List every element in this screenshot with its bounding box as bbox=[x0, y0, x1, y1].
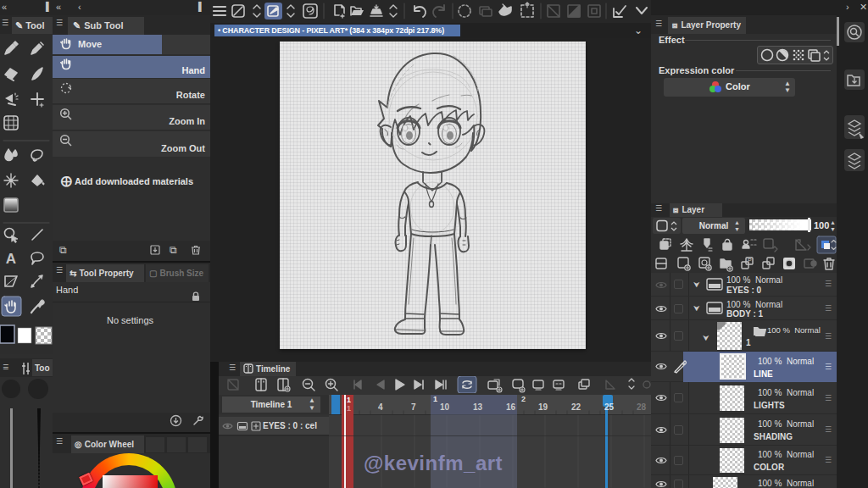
svg-text:A: A bbox=[6, 251, 16, 267]
svg-text:☰: ☰ bbox=[3, 363, 8, 371]
svg-text:Too: Too bbox=[35, 363, 50, 373]
svg-text:P: P bbox=[748, 258, 752, 263]
